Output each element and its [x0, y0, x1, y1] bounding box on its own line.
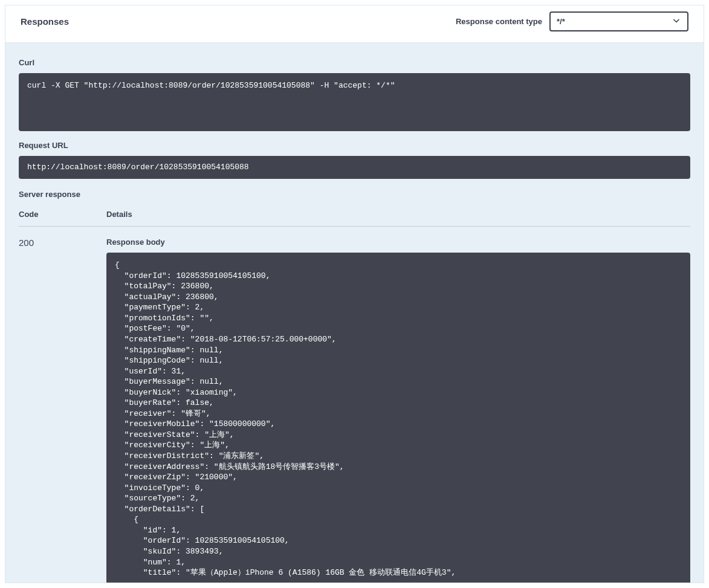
response-body-block[interactable]: { "orderId": 1028535910054105100, "total… [106, 253, 690, 583]
chevron-down-icon [672, 16, 681, 27]
request-url-block[interactable]: http://localhost:8089/order/102853591005… [19, 156, 690, 179]
response-details: Response body { "orderId": 1028535910054… [106, 237, 690, 583]
content-type-value: */* [557, 17, 565, 26]
curl-command-block[interactable]: curl -X GET "http://localhost:8089/order… [19, 73, 690, 131]
response-body-label: Response body [106, 237, 690, 247]
swagger-responses-panel: Responses Response content type */* Curl… [5, 5, 704, 583]
content-type-wrap: Response content type */* [456, 11, 688, 31]
responses-header: Responses Response content type */* [5, 5, 704, 43]
details-header: Details [106, 210, 690, 219]
content-type-label: Response content type [456, 17, 542, 26]
responses-title: Responses [21, 16, 69, 27]
content-type-select[interactable]: */* [549, 11, 688, 31]
server-response-label: Server response [19, 190, 690, 199]
responses-body: Curl curl -X GET "http://localhost:8089/… [5, 43, 704, 583]
curl-label: Curl [19, 58, 690, 67]
response-row: 200 Response body { "orderId": 102853591… [19, 227, 690, 583]
response-table-head: Code Details [19, 210, 690, 227]
response-code: 200 [19, 237, 106, 583]
request-url-label: Request URL [19, 141, 690, 150]
code-header: Code [19, 210, 106, 219]
